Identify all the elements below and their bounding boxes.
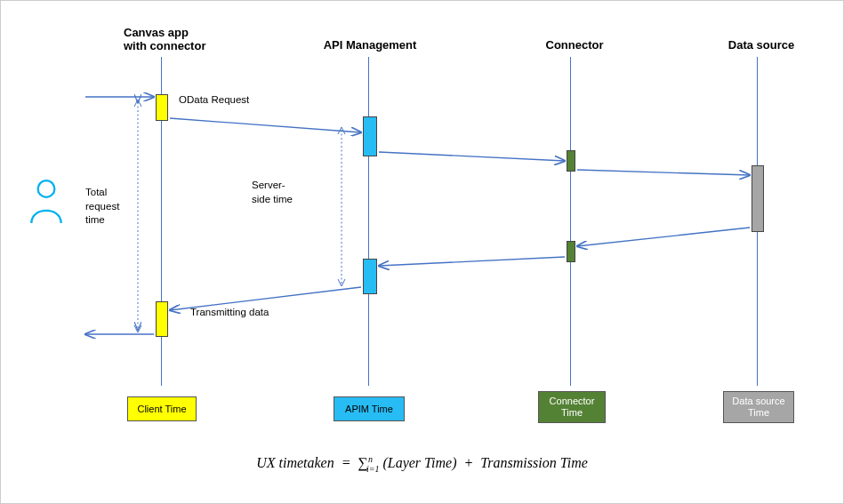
header-text: Connector	[546, 38, 604, 52]
header-text: Data source	[728, 38, 794, 52]
activation-apim-response	[363, 259, 377, 294]
arrow-connector-to-apim	[379, 257, 565, 266]
activation-connector-request	[567, 150, 575, 172]
label-server-side-time: Server- side time	[252, 179, 293, 206]
box-datasource-time: Data sourceTime	[723, 391, 794, 423]
activation-client-response	[156, 301, 168, 337]
arrow-connector-to-datasource	[577, 170, 750, 175]
label-odata-request: OData Request	[179, 94, 249, 105]
activation-connector-response	[567, 241, 575, 262]
box-text: APIM Time	[345, 404, 393, 414]
formula-term1: (Layer Time)	[382, 455, 456, 470]
formula-plus: +	[464, 455, 474, 470]
box-text: ConnectorTime	[550, 396, 595, 418]
formula-sigma-lower: i=1	[366, 464, 380, 474]
label-text: side time	[252, 194, 293, 204]
label-text: time	[85, 214, 105, 225]
diagram-frame: Canvas app with connector API Management…	[0, 0, 844, 504]
label-text: request	[85, 201, 119, 212]
label-total-request-time: Total request time	[85, 186, 119, 228]
box-connector-time: ConnectorTime	[538, 391, 606, 423]
arrows-layer	[1, 1, 844, 504]
header-text: API Management	[324, 38, 417, 52]
activation-client-request	[156, 94, 168, 121]
header-connector: Connector	[535, 38, 615, 52]
formula-sigma-upper: n	[368, 454, 373, 464]
box-apim-time: APIM Time	[334, 396, 405, 421]
formula: UX timetaken = ∑ni=1 (Layer Time) + Tran…	[1, 454, 843, 474]
arrow-client-to-apim	[170, 118, 361, 132]
formula-eq: =	[342, 455, 351, 470]
header-text: with connector	[124, 39, 205, 52]
activation-datasource	[752, 165, 764, 232]
lifeline-connector	[570, 57, 571, 386]
person-icon	[28, 179, 65, 228]
header-api-mgmt: API Management	[317, 38, 423, 52]
header-data-source: Data source	[717, 38, 806, 52]
arrow-apim-to-connector	[379, 152, 565, 161]
box-text: Data sourceTime	[732, 396, 784, 418]
label-text: Server-	[252, 180, 285, 190]
label-transmitting-data: Transmitting data	[190, 307, 269, 317]
label-text: Total	[85, 187, 107, 197]
activation-apim-request	[363, 116, 377, 156]
formula-term2: Transmission Time	[480, 455, 587, 470]
arrow-datasource-to-connector	[577, 228, 750, 246]
box-client-time: Client Time	[127, 396, 197, 421]
box-text: Client Time	[137, 404, 186, 414]
lifeline-apim	[368, 57, 369, 386]
header-canvas-app: Canvas app with connector	[124, 26, 248, 52]
header-text: Canvas app	[124, 26, 189, 39]
formula-lhs: UX timetaken	[256, 455, 334, 470]
svg-point-0	[38, 180, 55, 197]
